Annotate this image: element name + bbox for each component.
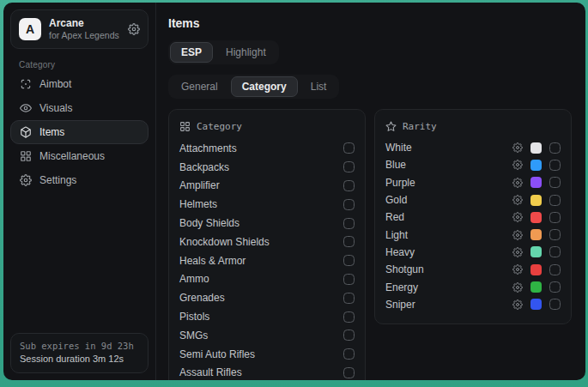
gear-icon[interactable] <box>512 178 523 188</box>
color-swatch[interactable] <box>530 299 542 310</box>
checkbox[interactable] <box>343 293 355 304</box>
category-row-label: Body Shields <box>179 217 239 229</box>
category-row: Amplifier <box>179 177 355 196</box>
rarity-row: Light <box>385 226 561 243</box>
checkbox[interactable] <box>343 180 355 191</box>
category-row-label: Grenades <box>179 292 225 304</box>
color-swatch[interactable] <box>530 177 542 188</box>
rarity-row-controls <box>512 212 561 223</box>
gear-icon[interactable] <box>512 142 523 153</box>
category-row-label: SMGs <box>179 330 208 342</box>
checkbox[interactable] <box>549 195 561 206</box>
category-row-label: Backpacks <box>179 161 229 173</box>
rarity-row-label: Red <box>385 211 404 223</box>
sidebar-item-miscellaneous[interactable]: Miscellaneous <box>10 144 149 168</box>
gear-icon[interactable] <box>512 264 523 275</box>
tab-general[interactable]: General <box>170 76 229 97</box>
checkbox[interactable] <box>549 246 561 257</box>
color-swatch[interactable] <box>530 246 542 257</box>
rarity-row-label: Gold <box>385 194 407 206</box>
checkbox[interactable] <box>343 161 355 172</box>
gear-icon[interactable] <box>512 212 523 222</box>
category-row-label: Assault Rifles <box>179 366 242 378</box>
color-swatch[interactable] <box>530 264 542 275</box>
checkbox[interactable] <box>549 281 561 293</box>
rarity-row-controls <box>512 264 561 275</box>
main-content: Items ESPHighlight GeneralCategoryList C… <box>156 3 585 380</box>
color-swatch[interactable] <box>530 195 542 206</box>
page-title: Items <box>168 16 572 30</box>
rarity-row-controls <box>512 142 561 154</box>
gear-icon[interactable] <box>512 195 523 205</box>
rarity-row-controls <box>512 299 561 310</box>
rarity-row-label: Shotgun <box>385 263 424 275</box>
rarity-row-label: Light <box>385 229 408 241</box>
rarity-list: WhiteBluePurpleGoldRedLightHeavyShotgunE… <box>385 139 561 313</box>
tab-esp[interactable]: ESP <box>170 42 213 63</box>
category-row-label: Amplifier <box>179 179 220 191</box>
rarity-panel-title: Rarity <box>403 121 437 132</box>
checkbox[interactable] <box>343 236 355 247</box>
session-duration-text: Session duration 3m 12s <box>20 353 139 366</box>
view-tabs: GeneralCategoryList <box>168 75 339 99</box>
sidebar-item-label: Settings <box>39 174 76 186</box>
checkbox[interactable] <box>343 367 355 378</box>
subscription-status-card: Sub expires in 9d 23h Session duration 3… <box>10 333 149 373</box>
checkbox[interactable] <box>549 229 561 240</box>
sub-expires-text: Sub expires in 9d 23h <box>20 340 139 353</box>
color-swatch[interactable] <box>530 142 542 154</box>
checkbox[interactable] <box>549 212 561 223</box>
app-window: A Arcane for Apex Legends Category Aimbo… <box>3 3 585 380</box>
tab-category[interactable]: Category <box>231 76 298 97</box>
gear-icon[interactable] <box>512 160 523 170</box>
tab-list[interactable]: List <box>300 76 338 97</box>
mode-tabs: ESPHighlight <box>168 40 279 64</box>
color-swatch[interactable] <box>530 281 542 293</box>
checkbox[interactable] <box>343 348 355 360</box>
rarity-row: Blue <box>385 156 561 173</box>
checkbox[interactable] <box>343 311 355 323</box>
checkbox[interactable] <box>549 264 561 275</box>
rarity-row-controls <box>512 160 561 171</box>
gear-icon[interactable] <box>512 230 523 240</box>
checkbox[interactable] <box>343 255 355 266</box>
category-row-label: Helmets <box>179 198 217 210</box>
category-row: Body Shields <box>179 214 355 233</box>
gear-icon[interactable] <box>512 299 523 310</box>
crosshair-icon <box>20 78 32 90</box>
category-row-label: Attachments <box>179 142 237 154</box>
color-swatch[interactable] <box>530 229 542 240</box>
eye-icon <box>20 102 32 114</box>
checkbox[interactable] <box>343 274 355 285</box>
sidebar-item-aimbot[interactable]: Aimbot <box>10 72 149 96</box>
checkbox[interactable] <box>343 330 355 341</box>
checkbox[interactable] <box>549 177 561 188</box>
category-row: Semi Auto Rifles <box>179 345 355 364</box>
color-swatch[interactable] <box>530 212 542 223</box>
rarity-row-controls <box>512 177 561 188</box>
checkbox[interactable] <box>549 142 561 154</box>
checkbox[interactable] <box>343 199 355 210</box>
gear-icon[interactable] <box>512 282 523 293</box>
gear-icon[interactable] <box>128 23 140 35</box>
sidebar-item-settings[interactable]: Settings <box>10 168 149 192</box>
sidebar-item-label: Miscellaneous <box>39 150 105 162</box>
category-panel: Category AttachmentsBackpacksAmplifierHe… <box>168 109 366 380</box>
sidebar-item-visuals[interactable]: Visuals <box>10 96 149 120</box>
grid-icon <box>20 150 32 162</box>
rarity-row-controls <box>512 229 561 240</box>
checkbox[interactable] <box>549 160 561 171</box>
gear-icon[interactable] <box>512 247 523 257</box>
panels-row: Category AttachmentsBackpacksAmplifierHe… <box>168 109 572 380</box>
sidebar-item-items[interactable]: Items <box>10 120 149 144</box>
checkbox[interactable] <box>343 142 355 154</box>
category-row: Knockdown Shields <box>179 233 355 251</box>
sidebar-item-label: Visuals <box>39 102 72 114</box>
checkbox[interactable] <box>549 299 561 310</box>
rarity-row: Sniper <box>385 296 561 313</box>
tab-highlight[interactable]: Highlight <box>215 42 277 63</box>
rarity-row: Gold <box>385 191 561 209</box>
checkbox[interactable] <box>343 218 355 229</box>
box-icon <box>20 126 32 138</box>
color-swatch[interactable] <box>530 160 542 171</box>
